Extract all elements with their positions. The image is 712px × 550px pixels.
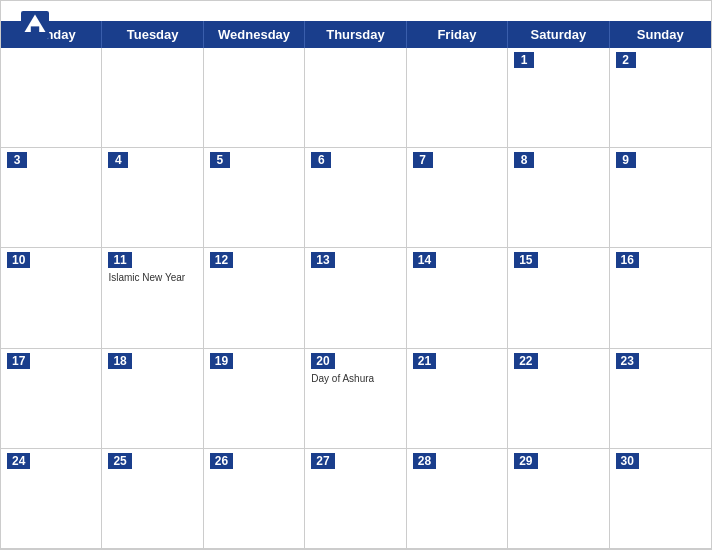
calendar-cell: 15 [508, 248, 609, 348]
calendar-cell: 27 [305, 449, 406, 549]
cell-date: 29 [514, 453, 537, 469]
logo-icon [21, 11, 49, 39]
calendar-cell: 28 [407, 449, 508, 549]
cell-date: 5 [210, 152, 230, 168]
calendar: MondayTuesdayWednesdayThursdayFridaySatu… [0, 0, 712, 550]
calendar-cell: 2 [610, 48, 711, 148]
day-header-sunday: Sunday [610, 21, 711, 48]
calendar-cell: 26 [204, 449, 305, 549]
cell-date: 13 [311, 252, 334, 268]
cell-date: 20 [311, 353, 334, 369]
cell-date: 12 [210, 252, 233, 268]
calendar-cell [407, 48, 508, 148]
cell-date: 27 [311, 453, 334, 469]
calendar-cell: 21 [407, 349, 508, 449]
calendar-header [1, 1, 711, 21]
cell-date: 25 [108, 453, 131, 469]
cell-date: 7 [413, 152, 433, 168]
cell-date: 2 [616, 52, 636, 68]
cell-date: 17 [7, 353, 30, 369]
calendar-cell: 25 [102, 449, 203, 549]
cell-date: 3 [7, 152, 27, 168]
cell-date: 30 [616, 453, 639, 469]
calendar-cell: 19 [204, 349, 305, 449]
calendar-cell: 29 [508, 449, 609, 549]
calendar-cell: 11Islamic New Year [102, 248, 203, 348]
calendar-cell: 22 [508, 349, 609, 449]
days-header: MondayTuesdayWednesdayThursdayFridaySatu… [1, 21, 711, 48]
cell-date: 24 [7, 453, 30, 469]
calendar-cell: 23 [610, 349, 711, 449]
cell-date: 10 [7, 252, 30, 268]
calendar-cell [204, 48, 305, 148]
cell-date: 28 [413, 453, 436, 469]
calendar-grid: 1234567891011Islamic New Year12131415161… [1, 48, 711, 549]
cell-date: 21 [413, 353, 436, 369]
calendar-cell: 13 [305, 248, 406, 348]
calendar-cell: 1 [508, 48, 609, 148]
calendar-cell: 5 [204, 148, 305, 248]
cell-date: 22 [514, 353, 537, 369]
calendar-cell: 9 [610, 148, 711, 248]
cell-date: 26 [210, 453, 233, 469]
calendar-cell: 20Day of Ashura [305, 349, 406, 449]
calendar-cell [305, 48, 406, 148]
calendar-cell: 3 [1, 148, 102, 248]
day-header-thursday: Thursday [305, 21, 406, 48]
svg-rect-2 [31, 26, 39, 32]
cell-date: 9 [616, 152, 636, 168]
day-header-saturday: Saturday [508, 21, 609, 48]
calendar-cell [102, 48, 203, 148]
logo [21, 11, 53, 39]
cell-date: 11 [108, 252, 131, 268]
calendar-cell [1, 48, 102, 148]
cell-date: 19 [210, 353, 233, 369]
cell-event: Day of Ashura [311, 373, 399, 384]
cell-event: Islamic New Year [108, 272, 196, 283]
calendar-cell: 16 [610, 248, 711, 348]
calendar-cell: 18 [102, 349, 203, 449]
cell-date: 4 [108, 152, 128, 168]
calendar-cell: 14 [407, 248, 508, 348]
calendar-cell: 10 [1, 248, 102, 348]
calendar-cell: 7 [407, 148, 508, 248]
day-header-tuesday: Tuesday [102, 21, 203, 48]
cell-date: 6 [311, 152, 331, 168]
cell-date: 8 [514, 152, 534, 168]
cell-date: 1 [514, 52, 534, 68]
cell-date: 15 [514, 252, 537, 268]
calendar-cell: 17 [1, 349, 102, 449]
cell-date: 18 [108, 353, 131, 369]
cell-date: 23 [616, 353, 639, 369]
day-header-wednesday: Wednesday [204, 21, 305, 48]
calendar-cell: 6 [305, 148, 406, 248]
calendar-cell: 30 [610, 449, 711, 549]
cell-date: 14 [413, 252, 436, 268]
calendar-cell: 24 [1, 449, 102, 549]
day-header-friday: Friday [407, 21, 508, 48]
cell-date: 16 [616, 252, 639, 268]
calendar-cell: 4 [102, 148, 203, 248]
calendar-cell: 8 [508, 148, 609, 248]
calendar-cell: 12 [204, 248, 305, 348]
